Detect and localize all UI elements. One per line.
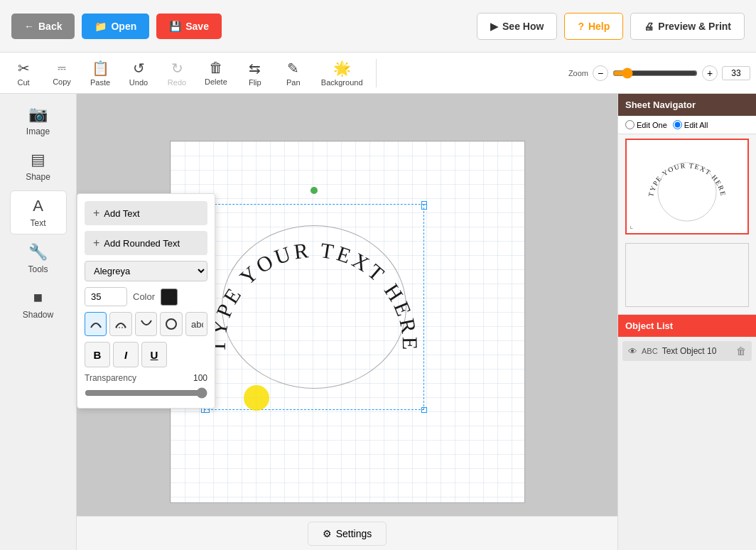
format-row: B I U [85,342,207,367]
edit-options: Edit One Edit All [618,116,756,134]
delete-icon: 🗑 [209,60,223,76]
open-icon: 📁 [94,21,107,32]
arc-text-button[interactable]: abc [185,312,207,336]
arc-top-button[interactable] [85,312,107,336]
underline-button[interactable]: U [141,342,167,367]
delete-object-button[interactable]: 🗑 [736,345,746,357]
edit-all-label[interactable]: Edit All [673,120,708,129]
gear-icon: ⚙ [323,528,332,539]
pan-tool[interactable]: ✎ Pan [276,57,311,90]
print-icon: 🖨 [644,21,654,32]
back-button[interactable]: ← Back [11,14,75,39]
object-list-header: Object List [618,315,756,337]
shape-icon: ▤ [31,151,45,169]
copy-icon: ⎓ [58,60,66,76]
cut-tool[interactable]: ✂ Cut [6,57,41,90]
shadow-icon: ■ [33,289,43,307]
bold-button[interactable]: B [85,342,110,367]
add-text-button[interactable]: + Add Text [85,201,207,225]
sheet-thumb-svg: TYPE YOUR TEXT HERE [639,149,735,224]
redo-tool[interactable]: ↻ Redo [159,57,195,90]
help-icon: ? [578,21,584,32]
sheet-thumb2 [618,239,756,315]
zoom-slider[interactable] [612,68,698,79]
sidebar-item-shape[interactable]: ▤ Shape [10,145,67,188]
zoom-out-button[interactable]: − [593,65,608,81]
rotate-handle[interactable] [310,187,318,194]
svg-text:TYPE YOUR TEXT HERE: TYPE YOUR TEXT HERE [205,238,421,353]
add-rounded-text-button[interactable]: + Add Rounded Text [85,231,207,255]
see-how-button[interactable]: ▶ See How [477,13,557,40]
visibility-icon[interactable]: 👁 [628,346,637,357]
copy-tool[interactable]: ⎓ Copy [44,57,80,89]
sidebar-item-shadow[interactable]: ■ Shadow [10,283,67,325]
flip-icon: ⇆ [249,60,261,77]
top-bar-left: ← Back 📁 Open 💾 Save [11,14,222,39]
edit-all-radio[interactable] [673,120,682,129]
svg-text:TYPE YOUR TEXT HERE: TYPE YOUR TEXT HERE [647,161,728,198]
zoom-area: Zoom − + [568,65,750,81]
object-type-icon: ABC [642,347,658,355]
arc-circle-button[interactable] [160,312,182,336]
top-bar-right: ▶ See How ? Help 🖨 Preview & Print [477,13,745,40]
paste-tool[interactable]: 📋 Paste [82,57,118,90]
redo-icon: ↻ [171,60,183,77]
preview-print-button[interactable]: 🖨 Preview & Print [630,13,745,40]
color-swatch[interactable] [161,289,178,306]
top-bar: ← Back 📁 Open 💾 Save ▶ See How ? Help 🖨 … [0,0,756,53]
edit-one-radio[interactable] [625,120,634,129]
text-icon: A [33,197,43,215]
image-icon: 📷 [28,105,48,124]
help-button[interactable]: ? Help [564,13,623,40]
arc-text-svg: TYPE YOUR TEXT HERE [204,204,424,410]
cut-icon: ✂ [18,60,30,77]
save-button[interactable]: 💾 Save [156,14,222,39]
background-tool[interactable]: 🌟 Background [314,57,370,90]
arc-bottom-button[interactable] [135,312,157,336]
sheet-navigator-header: Sheet Navigator [618,94,756,116]
open-button[interactable]: 📁 Open [82,14,149,39]
pan-icon: ✎ [287,60,299,77]
sheet-thumb-corner: ⌞ [630,221,633,230]
zoom-in-button[interactable]: + [702,65,718,81]
font-size-input[interactable] [85,287,127,306]
undo-icon: ↺ [133,60,145,77]
plus-circle-icon: + [93,237,99,249]
delete-tool[interactable]: 🗑 Delete [198,57,234,89]
flip-tool[interactable]: ⇆ Flip [237,57,273,90]
font-size-row: Color [85,287,207,306]
transparency-row: Transparency 100 [85,373,207,383]
video-icon: ▶ [490,21,498,32]
object-list-area: 👁 ABC Text Object 10 🗑 [618,337,756,550]
sidebar-item-text[interactable]: A Text [10,190,67,234]
arc-top-open-button[interactable] [109,312,131,336]
left-sidebar: 📷 Image ▤ Shape A Text 🔧 Tools ■ Shadow … [0,94,77,550]
canvas-wrapper[interactable]: TYPE YOUR TEXT HERE [170,141,525,503]
right-panel: Sheet Navigator Edit One Edit All TYPE Y… [617,94,756,550]
paste-icon: 📋 [92,60,109,77]
transparency-slider[interactable] [85,387,207,399]
plus-icon: + [93,207,99,220]
arc-options: abc [85,312,207,336]
main-layout: 📷 Image ▤ Shape A Text 🔧 Tools ■ Shadow … [0,94,756,550]
text-panel: + Add Text + Add Rounded Text Alegreya A… [77,193,215,409]
sheet-thumbnail: TYPE YOUR TEXT HERE ⌞ [618,134,756,239]
sidebar-item-image[interactable]: 📷 Image [10,99,67,142]
tools-icon: 🔧 [28,243,48,261]
settings-button[interactable]: ⚙ Settings [308,522,387,546]
sidebar-item-tools[interactable]: 🔧 Tools [10,237,67,280]
sheet-thumb2-box [625,243,749,307]
cursor-indicator [244,385,269,411]
toolbar-divider [376,59,377,87]
zoom-input[interactable] [722,66,750,80]
undo-tool[interactable]: ↺ Undo [121,57,156,90]
settings-bar: ⚙ Settings [77,516,617,550]
save-icon: 💾 [169,21,181,32]
font-family-select[interactable]: Alegreya Arial Times New Roman [85,261,207,281]
background-icon: 🌟 [333,60,351,77]
svg-text:abc: abc [191,319,203,330]
sheet-thumb-box[interactable]: TYPE YOUR TEXT HERE ⌞ [625,139,749,234]
back-icon: ← [24,21,34,32]
italic-button[interactable]: I [113,342,139,367]
edit-one-label[interactable]: Edit One [625,120,667,129]
